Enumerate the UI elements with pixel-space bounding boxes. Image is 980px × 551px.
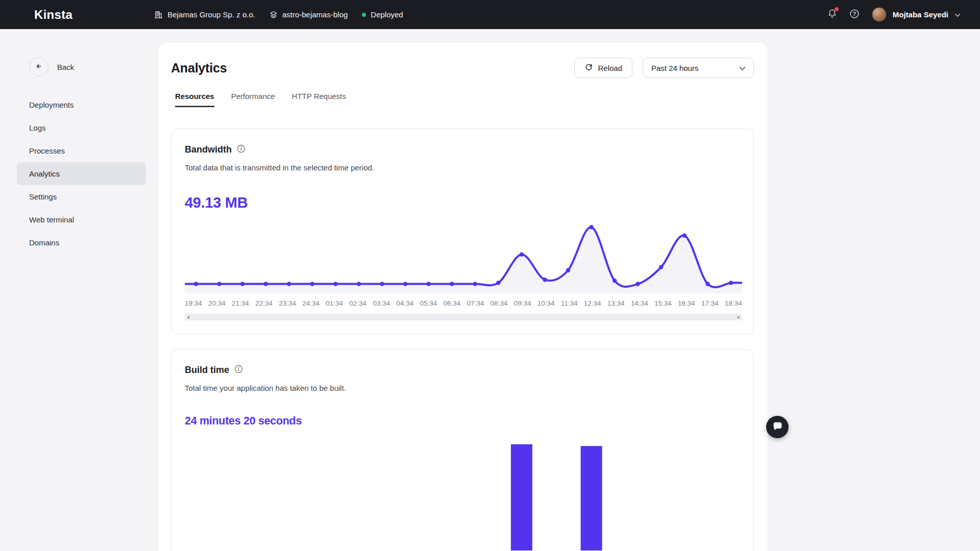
tab-performance[interactable]: Performance [231,92,275,107]
reload-label: Reload [598,64,622,72]
sidebar-item-web-terminal[interactable]: Web terminal [17,208,146,231]
notifications-button[interactable] [827,9,837,20]
x-axis-label: 19:34 [185,299,202,307]
x-axis-label: 07:34 [467,299,484,307]
x-axis-label: 16:34 [678,299,695,307]
scrollbar-right-arrow[interactable] [738,316,740,319]
sidebar-item-logs[interactable]: Logs [17,116,146,139]
x-axis-label: 04:34 [396,299,413,307]
x-axis-label: 17:34 [701,299,719,307]
help-button[interactable]: ? [849,9,860,21]
sidebar-item-settings[interactable]: Settings [17,185,146,208]
refresh-icon [584,63,593,73]
sidebar-item-deployments[interactable]: Deployments [17,93,146,116]
building-icon [154,10,163,19]
x-axis-label: 02:34 [349,299,366,307]
deployment-status: Deployed [362,10,403,19]
x-axis-label: 06:34 [444,299,461,307]
build-time-card: Build time Total time your application h… [171,349,754,551]
sidebar-item-analytics[interactable]: Analytics [17,162,146,185]
tab-http-requests[interactable]: HTTP Requests [292,92,346,107]
info-icon[interactable] [234,365,243,375]
sidebar-nav: Deployments Logs Processes Analytics Set… [17,93,146,254]
context-breadcrumb: Bejamas Group Sp. z o.o. astro-bejamas-b… [154,10,403,19]
status-label: Deployed [371,10,403,19]
main-card: Analytics Reload Past 24 hours Resources… [158,43,768,551]
x-axis-label: 21:34 [232,299,249,307]
arrow-left-icon [35,62,43,72]
build-bar [511,444,532,550]
company-switcher[interactable]: Bejamas Group Sp. z o.o. [154,10,255,19]
build-bar [581,446,602,550]
back-label: Back [57,63,74,71]
x-axis-label: 18:34 [725,299,742,307]
x-axis-label: 11:34 [561,299,578,307]
kinsta-logo[interactable]: Kinsta [34,8,72,22]
sidebar-item-domains[interactable]: Domains [17,231,146,254]
chat-launcher[interactable] [766,416,789,438]
user-name: Mojtaba Seyedi [893,10,948,19]
company-name: Bejamas Group Sp. z o.o. [167,10,255,19]
svg-text:?: ? [853,11,856,17]
topbar: Kinsta Bejamas Group Sp. z o.o. astro-be… [0,0,980,29]
x-axis-label: 23:34 [279,299,296,307]
sidebar: Back Deployments Logs Processes Analytic… [0,29,158,254]
x-axis-label: 03:34 [373,299,390,307]
x-axis-label: 24:34 [302,299,320,307]
bandwidth-card: Bandwidth Total data that is transmitted… [171,129,754,334]
bandwidth-chart-svg [185,222,742,293]
reload-button[interactable]: Reload [574,58,632,78]
back-button[interactable] [29,57,48,77]
chevron-down-icon [954,10,961,19]
card-description: Total time your application has taken to… [185,384,740,392]
x-axis-label: 01:34 [326,299,343,307]
x-axis-label: 14:34 [631,299,648,307]
chart-scrollbar[interactable] [185,314,742,320]
status-dot [362,13,366,17]
build-time-chart [185,438,742,550]
chevron-down-icon [739,64,746,72]
avatar [872,7,887,22]
info-icon[interactable] [237,144,246,155]
app-name: astro-bejamas-blog [282,10,348,19]
x-axis-label: 22:34 [255,299,273,307]
x-axis-label: 10:34 [537,299,555,307]
x-axis-label: 09:34 [514,299,531,307]
x-axis-label: 08:34 [491,299,508,307]
card-title: Bandwidth [185,144,232,155]
card-title: Build time [185,365,229,375]
topbar-right: ? Mojtaba Seyedi [827,7,961,22]
x-axis-label: 15:34 [654,299,672,307]
scrollbar-left-arrow[interactable] [187,316,189,319]
x-axis-labels: 19:3420:3421:3422:3423:3424:3401:3402:34… [185,299,742,307]
card-description: Total data that is transmitted in the se… [185,163,740,172]
bandwidth-chart [185,222,742,293]
sidebar-item-processes[interactable]: Processes [17,139,146,162]
bandwidth-value: 49.13 MB [185,194,740,211]
page-title: Analytics [171,61,227,76]
x-axis-label: 20:34 [208,299,226,307]
layers-icon [270,11,278,19]
chat-icon [772,421,783,434]
build-time-value: 24 minutes 20 seconds [185,415,740,428]
app-switcher[interactable]: astro-bejamas-blog [270,10,348,19]
build-chart-svg [185,438,742,550]
x-axis-label: 13:34 [607,299,625,307]
tab-resources[interactable]: Resources [175,92,214,107]
notification-dot [835,7,839,11]
x-axis-label: 05:34 [420,299,437,307]
x-axis-label: 12:34 [584,299,601,307]
main-header: Analytics Reload Past 24 hours [158,43,768,78]
time-range-select[interactable]: Past 24 hours [643,58,754,78]
time-range-value: Past 24 hours [651,64,699,72]
tabs: Resources Performance HTTP Requests [158,78,768,108]
help-icon: ? [849,9,860,21]
back-row: Back [29,57,158,77]
user-menu[interactable]: Mojtaba Seyedi [872,7,961,22]
